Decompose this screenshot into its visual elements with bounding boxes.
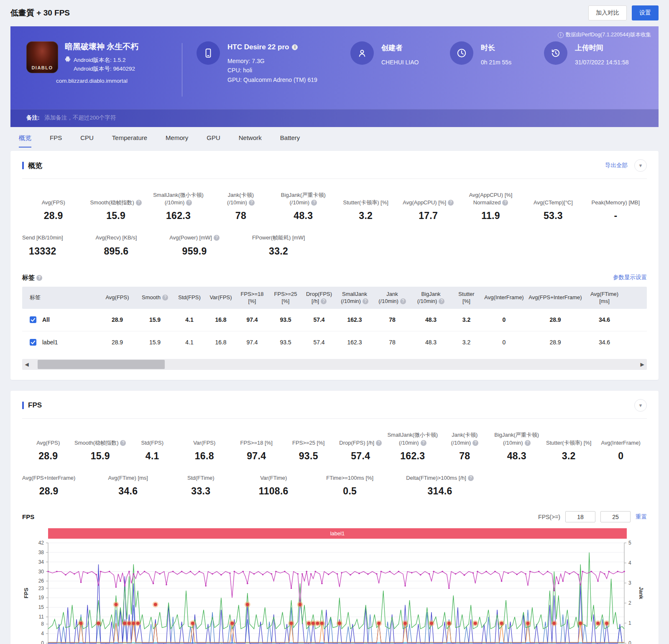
column-header: Avg(InterFrame): [482, 294, 526, 301]
help-icon[interactable]: ?: [448, 200, 454, 206]
scroll-right-arrow[interactable]: ▶: [638, 361, 647, 367]
column-header: BigJank (/10min)?: [411, 290, 451, 305]
metric: Peak(Memory) [MB]-: [585, 191, 647, 221]
cell: 4.1: [173, 339, 206, 346]
svg-text:19: 19: [38, 595, 44, 601]
help-icon[interactable]: ?: [363, 298, 368, 304]
svg-text:11: 11: [39, 614, 44, 620]
upload-info: 上传时间 31/07/2022 14:51:58: [544, 41, 628, 67]
fps-chart-title: FPS: [22, 513, 34, 520]
settings-button[interactable]: 设置: [632, 5, 659, 20]
metric: Smooth(稳帧指数)?15.9: [84, 191, 147, 221]
creator-value: CHEHUI LIAO: [381, 58, 419, 67]
svg-text:0: 0: [41, 640, 44, 644]
help-icon[interactable]: ?: [120, 440, 126, 446]
help-icon[interactable]: ?: [162, 295, 168, 300]
cell: 15.9: [137, 339, 173, 346]
tab-memory[interactable]: Memory: [166, 134, 188, 148]
svg-text:0: 0: [628, 640, 631, 644]
note-input-placeholder[interactable]: 添加备注，不超过200个字符: [44, 115, 116, 121]
phone-icon: [197, 41, 220, 65]
column-header: FPS>=25 [%]: [269, 290, 302, 305]
help-icon[interactable]: ?: [439, 298, 444, 304]
metric: Avg(FTime) [ms]34.6: [108, 474, 148, 497]
metric: Std(FTime)33.3: [181, 474, 221, 497]
column-header: Std(FPS): [173, 294, 206, 301]
row-checkbox[interactable]: [30, 316, 36, 323]
cell: 16.8: [206, 316, 235, 324]
tab-battery[interactable]: Battery: [280, 134, 300, 148]
fps-card: FPS ▼ Avg(FPS)28.9Smooth(稳帧指数)?15.9Std(F…: [10, 391, 659, 644]
reset-link[interactable]: 重置: [636, 513, 647, 521]
collapse-overview-button[interactable]: ▼: [634, 159, 647, 172]
overview-card: 概览 导出全部 ▼ Avg(FPS)28.9Smooth(稳帧指数)?15.9S…: [10, 151, 659, 380]
svg-text:26: 26: [38, 578, 44, 584]
fps-threshold-max-input[interactable]: [600, 511, 631, 522]
scroll-left-arrow[interactable]: ◀: [22, 361, 31, 367]
scrollbar-thumb[interactable]: [38, 360, 165, 369]
help-icon[interactable]: ?: [36, 275, 42, 281]
note-strip[interactable]: 备注: 添加备注，不超过200个字符: [10, 109, 659, 127]
metric: Drop(FPS) [/h]?57.4: [334, 431, 387, 461]
help-icon[interactable]: ?: [525, 440, 531, 446]
svg-text:2: 2: [628, 600, 631, 606]
fps-threshold-min-input[interactable]: [565, 511, 595, 522]
metric: Var(FPS)16.8: [179, 431, 231, 461]
help-icon[interactable]: ?: [376, 440, 382, 446]
row-checkbox[interactable]: [30, 339, 36, 346]
metric: Jank(卡顿) (/10min)?78: [439, 431, 491, 461]
cell: 0: [482, 339, 526, 346]
help-icon[interactable]: ?: [186, 200, 192, 206]
label1-region-bar[interactable]: label1: [48, 528, 627, 539]
column-header: Avg(FPS+InterFrame): [526, 294, 585, 301]
tab-temperature[interactable]: Temperature: [112, 134, 147, 148]
metric: FTime>=100ms [%]0.5: [326, 474, 373, 497]
svg-text:42: 42: [38, 540, 44, 546]
metric: Avg(Recv) [KB/s]895.6: [96, 234, 137, 257]
column-header: Var(FPS): [206, 294, 235, 301]
metric: FPower(帧能耗) [mW]33.2: [252, 234, 305, 257]
help-icon[interactable]: ?: [468, 475, 474, 481]
help-icon[interactable]: ?: [249, 200, 255, 206]
report-banner: i 数据由PerfDog(7.1.220544)版本收集 DIABLO 暗黑破壞…: [10, 26, 659, 127]
fps-metrics-row2: Avg(FPS+InterFrame)28.9Avg(FTime) [ms]34…: [22, 474, 647, 497]
help-icon[interactable]: ?: [321, 298, 327, 304]
metric: FPS>=25 [%]93.5: [283, 431, 335, 461]
cell: 97.4: [235, 339, 269, 346]
metric: Avg(Power) [mW]?959.9: [169, 234, 220, 257]
help-icon[interactable]: ?: [311, 200, 317, 206]
cell: 57.4: [302, 316, 336, 324]
help-icon[interactable]: ?: [400, 298, 406, 304]
tab-network[interactable]: Network: [239, 134, 262, 148]
help-icon[interactable]: ?: [502, 200, 508, 206]
tab-cpu[interactable]: CPU: [80, 134, 94, 148]
help-icon[interactable]: ?: [214, 235, 220, 241]
divider: [182, 43, 182, 97]
help-icon[interactable]: ?: [136, 200, 142, 206]
perfdog-version-note: i 数据由PerfDog(7.1.220544)版本收集: [558, 31, 651, 38]
table-scrollbar: ◀ ▶: [22, 359, 647, 370]
export-all-link[interactable]: 导出全部: [605, 162, 628, 169]
app-info: DIABLO 暗黑破壞神 永生不朽 Android版本名: 1.5.2 Andr…: [26, 41, 182, 86]
help-icon[interactable]: ?: [421, 440, 426, 446]
svg-text:FPS: FPS: [23, 588, 29, 598]
history-clock-icon: [544, 41, 567, 65]
android-icon: [65, 56, 71, 62]
tab-overview[interactable]: 概览: [19, 134, 31, 148]
tab-gpu[interactable]: GPU: [207, 134, 220, 148]
overview-metrics-row2: Send [KB/10min]13332Avg(Recv) [KB/s]895.…: [22, 234, 647, 257]
add-compare-button[interactable]: 加入对比: [588, 5, 627, 20]
metric: Smooth(稳帧指数)?15.9: [74, 431, 127, 461]
cell: 48.3: [411, 339, 451, 346]
tab-fps[interactable]: FPS: [50, 134, 62, 148]
svg-text:8: 8: [41, 621, 44, 627]
cell: 4.1: [173, 316, 206, 324]
page-title: 低畫質 + 30 FPS: [10, 8, 70, 18]
collapse-fps-button[interactable]: ▼: [634, 399, 647, 412]
cell: 93.5: [269, 339, 302, 346]
device-info-icon[interactable]: i: [292, 44, 298, 50]
help-icon[interactable]: ?: [472, 440, 478, 446]
svg-text:1: 1: [628, 620, 631, 626]
param-display-settings-link[interactable]: 参数显示设置: [613, 274, 647, 281]
table-row: label128.915.94.116.897.493.557.4162.378…: [22, 331, 647, 354]
